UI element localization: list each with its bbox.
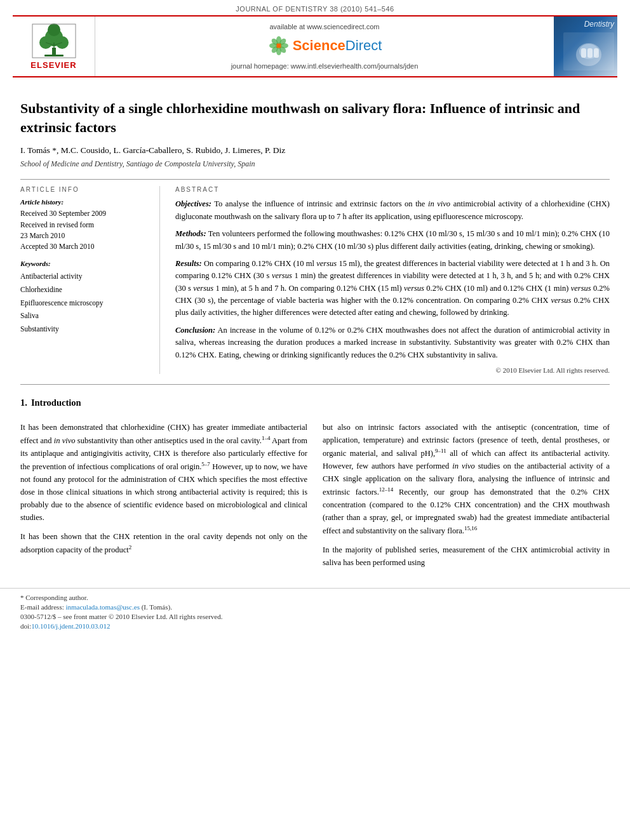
email-link[interactable]: inmaculada.tomas@usc.es xyxy=(65,603,139,611)
abstract-results: Results: On comparing 0.12% CHX (10 ml v… xyxy=(175,258,610,319)
copyright: © 2010 Elsevier Ltd. All rights reserved… xyxy=(175,366,610,374)
keyword-substantivity: Substantivity xyxy=(20,323,149,336)
revised-date: 23 March 2010 xyxy=(20,230,149,241)
issn-line: 0300-5712/$ – see front matter © 2010 El… xyxy=(20,613,610,620)
section-number: 1. xyxy=(20,397,27,408)
svg-rect-1 xyxy=(44,55,64,57)
keyword-chlorhexidine: Chlorhexidine xyxy=(20,283,149,297)
abstract-conclusion: Conclusion: An increase in the volume of… xyxy=(175,324,610,361)
authors: I. Tomás *, M.C. Cousido, L. García-Caba… xyxy=(20,145,610,156)
main-content: Substantivity of a single chlorhexidine … xyxy=(0,77,630,575)
corresponding-author-note: * Corresponding author. xyxy=(20,594,610,601)
received-date-1: Received 30 September 2009 xyxy=(20,208,149,219)
svg-rect-23 xyxy=(587,48,593,58)
dentistry-cover: Dentistry xyxy=(554,17,617,76)
keywords-section: Keywords: Antibacterial activity Chlorhe… xyxy=(20,260,149,335)
available-text: available at www.sciencedirect.com xyxy=(269,23,379,30)
intro-right-paragraph-2: In the majority of published series, mea… xyxy=(323,543,610,569)
banner-center: available at www.sciencedirect.com Scien… xyxy=(95,17,554,76)
keyword-antibacterial: Antibacterial activity xyxy=(20,270,149,283)
svg-rect-0 xyxy=(52,48,56,55)
svg-rect-22 xyxy=(581,48,586,58)
article-footer: * Corresponding author. E-mail address: … xyxy=(0,588,630,637)
svg-point-5 xyxy=(48,23,60,36)
sciencedirect-label: ScienceDirect xyxy=(293,37,382,54)
article-history-label: Article history: xyxy=(20,198,149,206)
dentistry-cover-image xyxy=(563,32,614,70)
doi-line: doi:10.1016/j.jdent.2010.03.012 xyxy=(20,622,610,630)
banner-row: ELSEVIER available at www.sciencedirect.… xyxy=(13,15,617,77)
affiliation: School of Medicine and Dentistry, Santia… xyxy=(20,159,610,169)
intro-left-col: It has been demonstrated that chlorhexid… xyxy=(20,421,307,575)
abstract-methods: Methods: Ten volunteers performed the fo… xyxy=(175,228,610,253)
email-note: E-mail address: inmaculada.tomas@usc.es … xyxy=(20,603,610,611)
article-info-label: ARTICLE INFO xyxy=(20,186,149,193)
sciencedirect-logo: ScienceDirect xyxy=(267,34,382,57)
article-history: Article history: Received 30 September 2… xyxy=(20,198,149,252)
article-info-abstract: ARTICLE INFO Article history: Received 3… xyxy=(20,186,610,374)
abstract-objectives: Objectives: To analyse the influence of … xyxy=(175,198,610,223)
intro-right-paragraph-1: but also on intrinsic factors associated… xyxy=(323,421,610,537)
journal-homepage: journal homepage: www.intl.elsevierhealt… xyxy=(231,62,419,70)
divider-1 xyxy=(20,179,610,180)
elsevier-logo: ELSEVIER xyxy=(13,17,95,76)
abstract-column: ABSTRACT Objectives: To analyse the infl… xyxy=(175,186,610,374)
journal-header: JOURNAL OF DENTISTRY 38 (2010) 541–546 xyxy=(0,0,630,15)
doi-value: 10.1016/j.jdent.2010.03.012 xyxy=(31,622,110,630)
elsevier-tree-icon xyxy=(32,23,76,58)
intro-paragraph-1: It has been demonstrated that chlorhexid… xyxy=(20,421,307,524)
abstract-label: ABSTRACT xyxy=(175,186,610,193)
email-label: E-mail address: xyxy=(20,603,64,611)
dentistry-cover-title: Dentistry xyxy=(584,20,614,30)
keywords-label: Keywords: xyxy=(20,260,149,267)
svg-rect-24 xyxy=(594,48,599,58)
elsevier-label: ELSEVIER xyxy=(30,60,76,70)
divider-2 xyxy=(20,384,610,385)
keyword-saliva: Saliva xyxy=(20,309,149,323)
section-title: Introduction xyxy=(31,397,81,408)
article-info-column: ARTICLE INFO Article history: Received 3… xyxy=(20,186,160,374)
email-suffix: (I. Tomás). xyxy=(142,603,172,611)
received-revised-label: Received in revised form xyxy=(20,220,149,230)
intro-paragraph-2: It has been shown that the CHX retention… xyxy=(20,530,307,556)
article-title: Substantivity of a single chlorhexidine … xyxy=(20,99,610,137)
keyword-epifluorescence: Epifluorescence microscopy xyxy=(20,297,149,310)
accepted-date: Accepted 30 March 2010 xyxy=(20,241,149,252)
introduction-section: 1. Introduction It has been demonstrated… xyxy=(20,397,610,575)
introduction-body: It has been demonstrated that chlorhexid… xyxy=(20,421,610,575)
sciencedirect-icon xyxy=(267,34,290,57)
intro-right-col: but also on intrinsic factors associated… xyxy=(323,421,610,575)
keywords-list: Antibacterial activity Chlorhexidine Epi… xyxy=(20,270,149,335)
